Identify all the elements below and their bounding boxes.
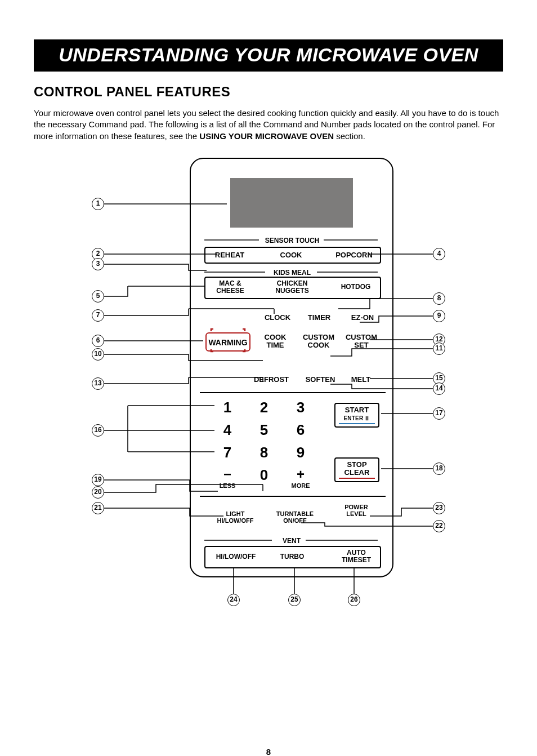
reheat-pad: REHEAT [210, 251, 249, 259]
numpad-0: 0 [256, 466, 272, 484]
callout-14: 14 [433, 383, 445, 395]
intro-strong: USING YOUR MICROWAVE OVEN [199, 131, 334, 141]
page-number: 8 [0, 747, 537, 756]
callout-4: 4 [433, 248, 445, 260]
power-level-pad: POWER LEVEL [334, 504, 379, 517]
mac-cheese-pad: MAC & CHEESE [208, 280, 253, 295]
ezon-pad: EZ-ON [346, 314, 379, 322]
callout-23: 23 [433, 502, 445, 514]
callout-8: 8 [433, 292, 445, 305]
numpad-7: 7 [219, 444, 236, 461]
callout-7: 7 [92, 309, 104, 322]
timer-pad: TIMER [302, 314, 336, 322]
numpad-9: 9 [292, 444, 309, 461]
control-panel-outline: SENSOR TOUCH REHEAT COOK POPCORN KIDS ME… [190, 158, 393, 577]
start-button: START ENTER ⏸ [334, 403, 379, 428]
callout-19: 19 [92, 474, 104, 486]
minus-icon: − [219, 466, 236, 482]
callout-9: 9 [433, 310, 445, 322]
plus-icon: + [292, 466, 309, 482]
melt-pad: MELT [344, 376, 378, 384]
clear-label: CLEAR [335, 469, 378, 477]
stop-button: STOP CLEAR [334, 457, 379, 483]
enter-label: ENTER [343, 415, 363, 421]
callout-6: 6 [92, 335, 104, 347]
callout-24: 24 [227, 594, 240, 606]
auto-timeset-pad: AUTO TIMESET [334, 549, 379, 564]
section-heading: CONTROL PANEL FEATURES [34, 84, 503, 100]
soften-pad: SOFTEN [301, 376, 340, 384]
section-title-bar: UNDERSTANDING YOUR MICROWAVE OVEN [34, 39, 503, 72]
numpad-5: 5 [256, 421, 272, 439]
callout-20: 20 [92, 486, 104, 499]
callout-26: 26 [348, 594, 360, 606]
control-panel-diagram: SENSOR TOUCH REHEAT COOK POPCORN KIDS ME… [88, 158, 449, 625]
callout-17: 17 [433, 407, 445, 420]
stop-label: STOP [335, 461, 378, 469]
callout-11: 11 [433, 343, 445, 355]
custom-set-pad: CUSTOM SET [342, 333, 381, 350]
numpad-6: 6 [292, 421, 309, 439]
cook-time-pad: COOK TIME [258, 333, 292, 350]
numpad-8: 8 [256, 444, 272, 461]
kids-meal-label: KIDS MEAL [270, 269, 315, 277]
callout-18: 18 [433, 463, 445, 475]
callout-10: 10 [92, 348, 104, 361]
callout-13: 13 [92, 377, 104, 390]
light-pad: LIGHTHI/LOW/OFF [210, 504, 261, 524]
callout-5: 5 [92, 290, 104, 303]
more-label: MORE [287, 482, 315, 489]
turntable-pad: TURNTABLEON/OFF [270, 504, 320, 524]
sensor-touch-label: SENSOR TOUCH [264, 237, 320, 244]
custom-cook-pad: CUSTOM COOK [299, 333, 338, 350]
clock-pad: CLOCK [261, 314, 294, 322]
chicken-nuggets-pad: CHICKEN NUGGETS [270, 280, 315, 295]
numpad-4: 4 [219, 421, 236, 439]
callout-25: 25 [288, 594, 301, 606]
cook-pad: COOK [274, 251, 308, 259]
callout-21: 21 [92, 502, 104, 514]
pause-icon: ⏸ [364, 415, 370, 421]
intro-part2: section. [334, 131, 365, 141]
defrost-pad: DEFROST [252, 376, 291, 384]
start-label: START [335, 406, 378, 414]
numpad-1: 1 [219, 399, 236, 416]
callout-3: 3 [92, 258, 104, 270]
numpad-2: 2 [256, 399, 272, 416]
callout-22: 22 [433, 520, 445, 532]
intro-text: Your microwave oven control panel lets y… [34, 108, 503, 142]
warming-pad: WARMING [205, 332, 250, 352]
display-window [230, 178, 353, 228]
turbo-pad: TURBO [275, 553, 309, 561]
popcorn-pad: POPCORN [332, 251, 377, 259]
vent-hi-pad: HI/LOW/OFF [208, 553, 264, 561]
hotdog-pad: HOTDOG [336, 283, 375, 291]
less-label: LESS [213, 482, 241, 489]
numpad-3: 3 [292, 399, 309, 416]
vent-label: VENT [278, 537, 306, 545]
callout-1: 1 [92, 198, 104, 210]
callout-16: 16 [92, 424, 104, 437]
